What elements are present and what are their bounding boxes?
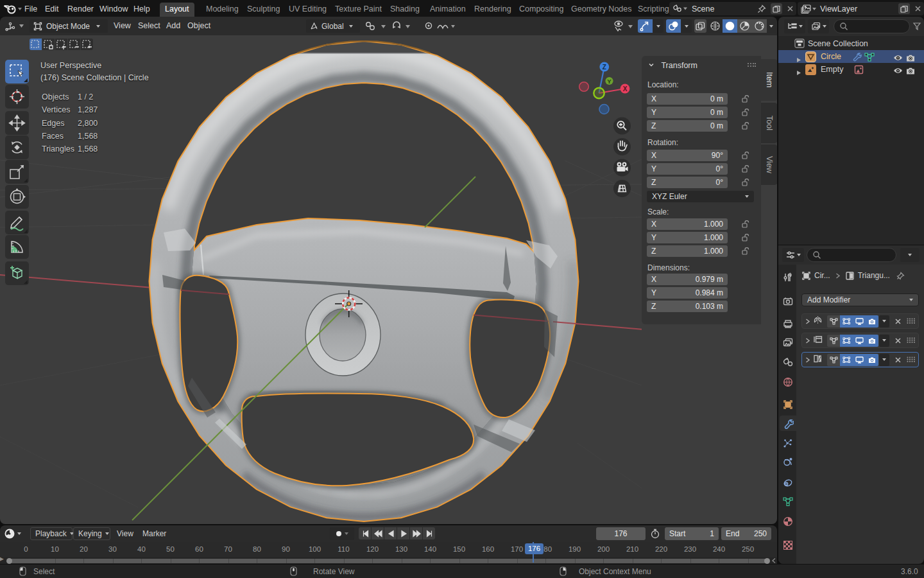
svg-text:Y: Y bbox=[607, 78, 612, 85]
svg-text:X: X bbox=[623, 85, 628, 92]
svg-text:Z: Z bbox=[603, 64, 606, 71]
